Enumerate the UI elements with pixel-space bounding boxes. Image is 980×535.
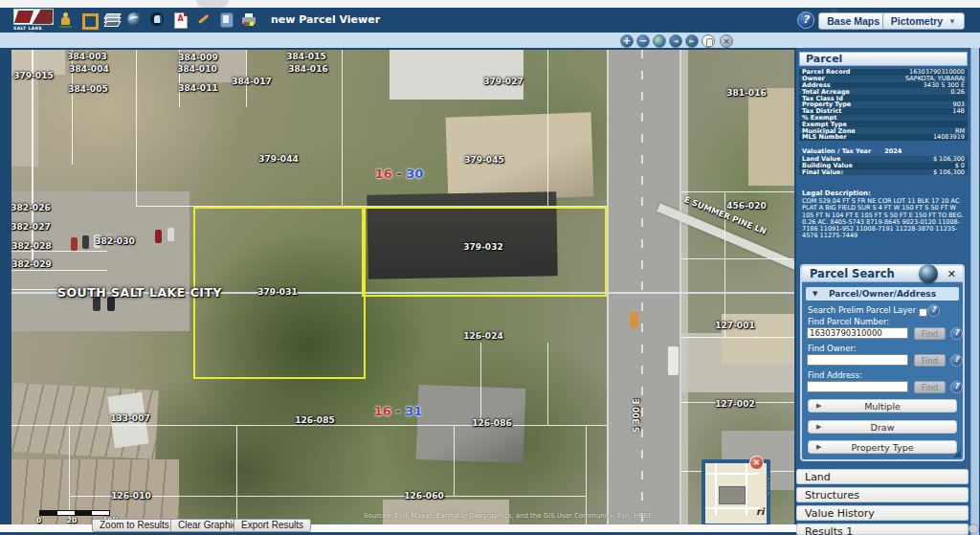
parcel-label: 384-010 [177, 64, 216, 74]
help-icon[interactable]: ? [950, 381, 963, 393]
parcel-label: 379-044 [258, 154, 298, 164]
document-icon[interactable] [218, 11, 234, 29]
property-type-label: Property Type [851, 442, 913, 453]
layers-icon[interactable] [103, 11, 120, 29]
parcel-line [236, 425, 237, 524]
zoom-out-icon[interactable]: − [636, 34, 650, 48]
section-sep: - [395, 404, 400, 418]
owner-input[interactable] [807, 354, 908, 366]
scrollbar[interactable] [970, 48, 979, 535]
prelim-layer-label: Search Prelim Parcel Layer [808, 305, 916, 315]
section-structures[interactable]: Structures [796, 487, 969, 502]
draw-button[interactable]: ▶Draw [808, 420, 957, 434]
previous-extent-icon[interactable]: ◄ [669, 34, 682, 48]
parcel-line [454, 425, 455, 496]
zoom-in-icon[interactable]: + [620, 34, 634, 48]
deactivate-icon[interactable]: × [720, 34, 733, 48]
building-roof [390, 50, 523, 100]
section-corner-label-16-31: 16 - 31 [374, 404, 423, 418]
pan-hand-icon[interactable] [702, 34, 715, 48]
chevron-down-icon: ▼ [813, 287, 817, 301]
inset-extent-box[interactable] [719, 486, 746, 504]
database-icon[interactable] [149, 11, 166, 29]
parcel-label: 384-009 [178, 53, 217, 62]
logo-text-1: SALT LAKE [13, 26, 54, 31]
corner-widget-icon[interactable] [969, 524, 979, 534]
address-input[interactable] [807, 381, 908, 392]
find-address-button[interactable]: Find [914, 381, 946, 393]
help-icon[interactable]: ? [950, 354, 963, 367]
zoom-to-results-button[interactable]: Zoom to Results [92, 519, 177, 532]
close-icon[interactable]: ✕ [947, 268, 956, 280]
section-number: 30 [406, 167, 423, 181]
parcel-label: 133-007 [110, 413, 149, 423]
row-label: MLS Number [802, 133, 847, 141]
resize-handle[interactable] [953, 450, 961, 457]
parcel-label: 379-031 [257, 287, 297, 297]
select-rectangle-icon[interactable] [80, 11, 97, 29]
parcel-label: 127-002 [715, 399, 754, 409]
parcel-line [11, 270, 107, 271]
parcel-label: 384-017 [232, 77, 271, 86]
valuation-table: Land Value$ 106,300 Building Value$ 0 Fi… [799, 156, 968, 175]
orange-car [630, 312, 638, 328]
parcel-label: 379-027 [483, 77, 523, 86]
parcel-line [681, 258, 794, 259]
next-extent-icon[interactable]: ► [685, 34, 699, 48]
parcel-label: 382-030 [95, 236, 134, 246]
parcel-label: 382-027 [11, 222, 51, 232]
parcel-search-title: Parcel Search [802, 266, 963, 282]
section-number: 31 [405, 404, 422, 418]
inset-close-icon[interactable]: × [749, 456, 764, 470]
parcel-line [586, 425, 587, 524]
parcel-attribute-table: Parcel Record16303790310000 OwnerSAPKOTA… [799, 69, 968, 141]
white-truck [668, 346, 679, 375]
parcel-label: 379-015 [13, 71, 53, 80]
parcel-number-input[interactable] [807, 327, 908, 339]
property-type-button[interactable]: ▶Property Type [808, 440, 957, 454]
road-300-east [607, 50, 681, 524]
section-land[interactable]: Land [796, 469, 969, 484]
multiple-button[interactable]: ▶Multiple [808, 399, 957, 412]
map-canvas[interactable]: 379-015 384-003 384-004 384-005 384-009 … [11, 50, 794, 524]
section-value-history[interactable]: Value History [796, 505, 969, 521]
pencil-draw-icon[interactable] [195, 11, 212, 29]
accordion-label: Parcel/Owner/Address [829, 289, 936, 299]
esri-logo-fragment: ri [756, 506, 764, 517]
parcel-label: 126-085 [295, 415, 334, 425]
full-extent-icon[interactable] [653, 34, 666, 48]
globe-icon [919, 264, 938, 283]
prelim-layer-checkbox[interactable] [919, 308, 927, 317]
find-parcel-button[interactable]: Find [914, 327, 946, 340]
browser-tab-remnant [196, 0, 229, 8]
help-icon[interactable]: ? [950, 327, 963, 340]
print-icon[interactable] [241, 11, 257, 29]
globe-icon[interactable] [126, 11, 143, 29]
pictometry-button[interactable]: Pictometry▼ [882, 12, 965, 30]
pdf-export-icon[interactable]: A [172, 11, 189, 29]
parcel-label: 382-026 [11, 203, 51, 212]
parcel-line [681, 191, 794, 192]
inset-street-label: S 300 E [765, 477, 770, 495]
accordion-parcel-owner-address[interactable]: ▼ Parcel/Owner/Address [806, 287, 959, 301]
find-owner-button[interactable]: Find [914, 354, 946, 367]
help-icon[interactable]: ? [797, 11, 814, 29]
chevron-right-icon: ▶ [816, 421, 821, 434]
parcel-line [11, 425, 607, 426]
export-results-button[interactable]: Export Results [234, 519, 311, 532]
identify-person-icon[interactable] [57, 11, 74, 29]
chevron-right-icon: ▶ [816, 441, 821, 454]
parcel-line [547, 50, 548, 206]
parcel-label: 126-060 [404, 491, 443, 501]
parcel-line [480, 343, 481, 425]
help-icon[interactable]: ? [927, 304, 940, 317]
page-title: new Parcel Viewer [271, 13, 380, 26]
county-logo-icon [13, 9, 54, 25]
inset-street [705, 507, 759, 509]
map-toolbar-band [0, 33, 980, 48]
row-value: 14B [952, 107, 965, 115]
parcel-line [342, 50, 343, 206]
section-results[interactable]: Results 1 [796, 524, 969, 535]
street-label-s300e: S 300 E [632, 398, 641, 433]
parcel-label: 379-045 [464, 155, 503, 165]
